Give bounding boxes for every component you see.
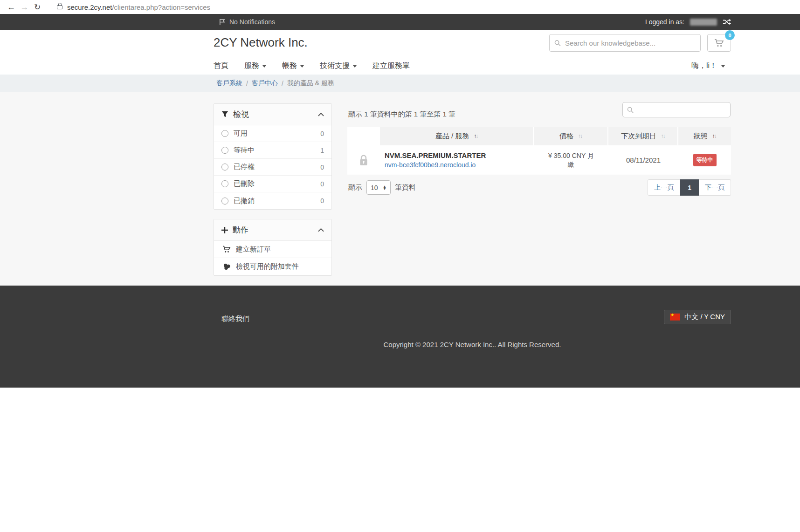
pagination-next[interactable]: 下一頁 — [699, 179, 731, 196]
https-lock-icon — [57, 5, 62, 9]
services-table: 産品 / 服務 ↑↓ 價格 ↑↓ 下次到期日 ↑↓ 狀態 ↑↓ — [347, 127, 731, 175]
radio-icon[interactable] — [221, 180, 228, 187]
breadcrumb-current: 我的產品 & 服務 — [287, 79, 334, 88]
chevron-down-icon — [353, 65, 357, 68]
top-bar: No Notifications Logged in as: — [0, 14, 800, 30]
knowledgebase-search — [549, 34, 701, 52]
logged-in-user-redacted — [690, 19, 717, 26]
breadcrumb-bar: 客戶系統 / 客戶中心 / 我的產品 & 服務 — [0, 75, 800, 92]
filter-terminated[interactable]: 已刪除 0 — [214, 176, 331, 192]
nav-item-billing[interactable]: 帳務 — [282, 61, 304, 71]
contact-us-link[interactable]: 聯絡我們 — [221, 314, 249, 323]
radio-icon[interactable] — [221, 164, 228, 171]
addons-icon — [223, 263, 231, 270]
breadcrumb-client-area[interactable]: 客戶中心 — [252, 79, 278, 88]
filter-pending[interactable]: 等待中 1 — [214, 142, 331, 159]
chevron-down-icon — [721, 65, 725, 68]
pagination-prev[interactable]: 上一頁 — [648, 179, 680, 196]
search-icon — [554, 40, 561, 47]
cart-button[interactable]: 0 — [707, 34, 731, 52]
table-filter-search[interactable] — [622, 102, 731, 117]
sort-icon: ↑↓ — [712, 133, 716, 139]
status-badge: 等待中 — [693, 154, 717, 166]
forward-icon[interactable]: → — [18, 2, 31, 12]
cart-icon — [222, 246, 231, 253]
notifications-link[interactable]: No Notifications — [219, 14, 275, 30]
actions-panel: 動作 建立新訂單 檢視可用的附加套件 — [214, 219, 332, 276]
language-currency-button[interactable]: 中文 / ¥ CNY — [664, 310, 731, 324]
action-place-new-order[interactable]: 建立新訂單 — [214, 241, 331, 258]
switch-account-icon[interactable] — [723, 19, 731, 25]
page-size-control: 顯示 10 ▲▼ 筆資料 — [348, 180, 416, 195]
page-size-select[interactable]: 10 ▲▼ — [366, 180, 391, 195]
services-main: 顯示 1 筆資料中的第 1 筆至第 1 筆 産品 / 服務 ↑↓ 價格 ↑↓ 下… — [347, 92, 731, 286]
page-content: 檢視 可用 0 等待中 1 已停權 0 已刪除 0 — [0, 92, 800, 286]
radio-icon[interactable] — [221, 147, 228, 154]
radio-icon[interactable] — [221, 130, 228, 137]
url-host: secure.2cy.net — [67, 3, 112, 11]
table-header-row: 産品 / 服務 ↑↓ 價格 ↑↓ 下次到期日 ↑↓ 狀態 ↑↓ — [347, 127, 731, 145]
logged-in-label: Logged in as: — [645, 18, 684, 26]
chevron-up-icon — [318, 228, 324, 232]
back-icon[interactable]: ← — [5, 2, 18, 12]
actions-panel-header[interactable]: 動作 — [214, 219, 331, 241]
chevron-up-icon — [318, 112, 324, 116]
browser-chrome: ← → ↻ secure.2cy.net/clientarea.php?acti… — [0, 0, 800, 14]
header-status[interactable]: 狀態 ↑↓ — [678, 127, 731, 145]
search-icon — [627, 107, 634, 113]
header-icon-col — [347, 127, 380, 145]
notifications-label: No Notifications — [229, 18, 275, 26]
breadcrumb: 客戶系統 / 客戶中心 / 我的產品 & 服務 — [214, 75, 731, 92]
price-cell: ¥ 35.00 CNY 月 繳 — [534, 151, 608, 169]
cart-count-badge: 0 — [725, 30, 735, 40]
company-logo[interactable]: 2CY Network Inc. — [214, 35, 308, 50]
view-panel-header[interactable]: 檢視 — [214, 104, 331, 125]
search-input[interactable] — [565, 39, 696, 47]
filter-cancelled[interactable]: 已撤銷 0 — [214, 192, 331, 209]
showing-entries-text: 顯示 1 筆資料中的第 1 筆至第 1 筆 — [348, 110, 455, 119]
due-date-cell: 08/11/2021 — [608, 156, 678, 164]
filter-active[interactable]: 可用 0 — [214, 125, 331, 142]
product-name: NVM.SEA.PREMIUM.STARTER — [385, 151, 486, 160]
filter-suspended[interactable]: 已停權 0 — [214, 159, 331, 176]
table-row[interactable]: NVM.SEA.PREMIUM.STARTER nvm-bce3fcf00be9… — [347, 145, 731, 175]
action-view-addons[interactable]: 檢視可用的附加套件 — [214, 258, 331, 275]
plus-icon — [221, 227, 228, 233]
sort-icon: ↑↓ — [661, 133, 665, 139]
url-path: /clientarea.php?action=services — [112, 3, 210, 11]
chevron-down-icon — [300, 65, 304, 68]
cart-icon — [714, 39, 724, 48]
header-due-date[interactable]: 下次到期日 ↑↓ — [608, 127, 678, 145]
reload-icon[interactable]: ↻ — [31, 2, 44, 12]
nav-item-services[interactable]: 服務 — [244, 61, 266, 71]
nav-item-support[interactable]: 技術支援 — [320, 61, 357, 71]
breadcrumb-portal[interactable]: 客戶系統 — [216, 79, 242, 88]
lock-icon — [359, 154, 369, 166]
filter-icon — [221, 111, 228, 118]
status-cell: 等待中 — [678, 154, 731, 166]
sidebar: 檢視 可用 0 等待中 1 已停權 0 已刪除 0 — [214, 103, 332, 285]
nav-item-home[interactable]: 首頁 — [214, 61, 228, 71]
sort-icon: ↑↓ — [578, 133, 582, 139]
product-domain-link[interactable]: nvm-bce3fcf00be9.nerocloud.io — [385, 160, 476, 170]
nav-item-open-ticket[interactable]: 建立服務單 — [372, 61, 410, 71]
header-price[interactable]: 價格 ↑↓ — [534, 127, 608, 145]
greeting-label: 嗨，li！ — [691, 61, 717, 71]
address-bar[interactable]: secure.2cy.net/clientarea.php?action=ser… — [57, 3, 210, 11]
select-stepper-icon: ▲▼ — [383, 185, 386, 190]
copyright-text: Copyright © 2021 2CY Network Inc.. All R… — [214, 341, 731, 348]
china-flag-icon — [670, 314, 680, 321]
site-header: 2CY Network Inc. 0 首頁 服務 帳務 技術支援 建立服務單 嗨… — [0, 30, 800, 75]
view-panel: 檢視 可用 0 等待中 1 已停權 0 已刪除 0 — [214, 103, 332, 210]
radio-icon[interactable] — [221, 198, 228, 205]
pagination-page-1[interactable]: 1 — [680, 179, 699, 196]
pagination: 上一頁 1 下一頁 — [648, 179, 731, 196]
site-footer: 聯絡我們 中文 / ¥ CNY Copyright © 2021 2CY Net… — [0, 286, 800, 388]
flag-icon — [219, 19, 226, 26]
sort-icon: ↑↓ — [474, 133, 477, 139]
chevron-down-icon — [262, 65, 266, 68]
account-menu[interactable]: 嗨，li！ — [691, 61, 725, 71]
main-nav: 首頁 服務 帳務 技術支援 建立服務單 — [214, 61, 410, 71]
header-product[interactable]: 産品 / 服務 ↑↓ — [380, 127, 534, 145]
